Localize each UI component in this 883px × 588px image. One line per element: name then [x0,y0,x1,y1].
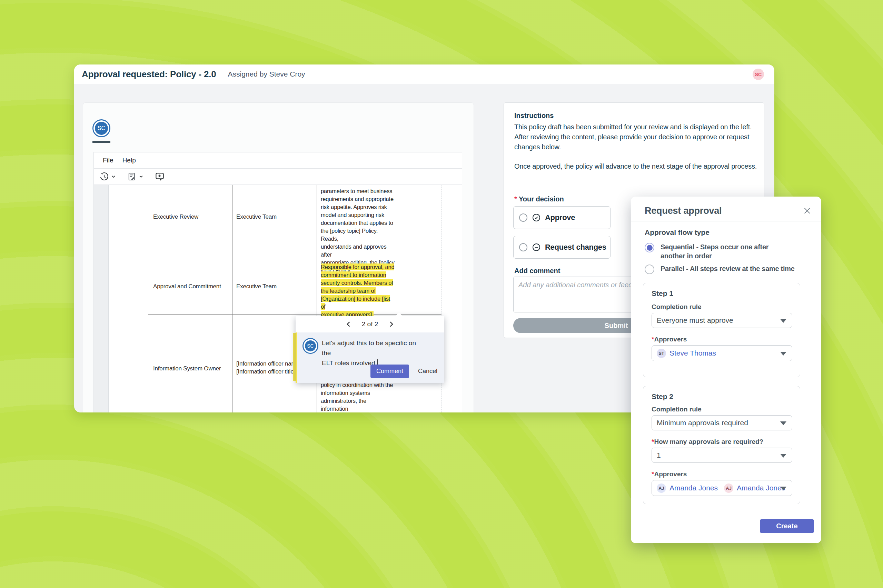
table-cell-assignee[interactable]: Executive Team [236,213,277,221]
table-cell-assignee[interactable]: [Information officer name] [Information … [236,360,301,375]
approvers-select[interactable]: AJ Amanda Jones AJ Amanda Jones [652,480,792,496]
how-many-approvals-label: *How many approvals are required? [652,438,763,446]
caret-down-icon [780,454,786,458]
comment-popup-body: SC Let's adjust this to be specific on t… [295,333,444,383]
request-approval-dialog: Request approval Approval flow type Sequ… [631,196,821,543]
how-many-approvals-select[interactable]: 1 [652,448,792,463]
decision-label: * Your decision [514,195,564,203]
document-editor: File Help [93,152,462,412]
add-comment-icon [154,171,165,182]
table-cell-description[interactable]: parameters to meet business requirements… [321,187,394,274]
table-cell-description[interactable]: policy in coordination with the informat… [321,381,394,412]
completion-rule-label: Completion rule [652,303,702,311]
app-header: Approval requested: Policy - 2.0 Assigne… [74,64,774,84]
comment-actions: Comment Cancel [370,364,437,378]
approver-avatar: ST [657,349,666,358]
close-icon[interactable] [802,206,812,216]
completion-rule-select[interactable]: Everyone must approve [652,313,792,328]
history-icon [99,172,109,182]
editor-gutter [94,185,109,412]
table-cell-role[interactable]: Information System Owner [153,364,221,372]
assigned-by-text: Assigned by Steve Croy [228,70,305,78]
commenter-avatar-initials: SC [305,340,316,351]
approver-avatar: AJ [657,483,666,493]
table-grid-line [148,185,148,412]
approvers-label: *Approvers [652,336,687,343]
request-changes-label: Request changes [545,243,606,252]
approver-chip[interactable]: ST Steve Thomas [657,349,716,358]
approver-chip[interactable]: AJ Amanda Jones [657,483,718,493]
step-title: Step 2 [652,393,673,401]
editor-toolbar [94,169,462,185]
comment-anchor-highlight [293,333,295,381]
add-comment-button[interactable] [154,171,165,182]
caret-down-icon [780,487,786,490]
approvers-label: *Approvers [652,470,687,478]
desktop-background: { "colors": { "background_lime": "#bfe24… [0,0,883,588]
dialog-title: Request approval [645,206,721,216]
commenter-avatar: SC [303,338,318,354]
caret-down-icon [780,422,786,425]
sequential-label: Sequential - Steps occur one afteranothe… [661,243,769,260]
comment-highlight-bar [295,333,297,383]
sequential-radio[interactable] [645,243,654,252]
approver-chip[interactable]: AJ Amanda Jones [724,483,785,493]
highlighted-text[interactable]: Responsible for approval, and commitment… [321,264,394,318]
completion-rule-select[interactable]: Minimum approvals required [652,415,792,430]
approve-option[interactable]: Approve [513,206,610,229]
chevron-down-icon [139,174,144,179]
request-changes-radio[interactable] [519,243,528,251]
table-cell-role[interactable]: Executive Review [153,213,198,221]
table-cell-assignee[interactable]: Executive Team [236,282,277,290]
approve-label: Approve [545,213,575,222]
table-grid-line [232,185,232,412]
comment-popup: 2 of 2 SC Let's adjust this to be specif… [295,316,444,383]
table-cell-role[interactable]: Approval and Commitment [153,282,221,290]
request-changes-option[interactable]: Request changes [513,236,610,259]
step-1-card: Step 1 Completion rule Everyone must app… [643,283,800,377]
parallel-option[interactable]: Parallel - All steps review at the same … [645,264,795,274]
caret-down-icon [780,319,786,323]
comment-pager: 2 of 2 [295,316,444,333]
author-avatar-indicator [93,141,110,143]
comment-cancel-button[interactable]: Cancel [418,368,437,375]
approver-avatar: AJ [724,483,733,493]
author-avatar-initials: SC [95,122,108,135]
instructions-paragraph: Once approved, the policy will advance t… [514,161,760,171]
add-comment-label: Add comment [514,267,560,275]
history-button[interactable] [99,172,116,182]
menu-help[interactable]: Help [123,157,136,164]
comment-text-input[interactable]: Let's adjust this to be specific on the … [322,338,425,368]
menu-file[interactable]: File [103,157,114,164]
instructions-paragraph: This policy draft has been submitted for… [514,122,760,152]
sequential-option[interactable]: Sequential - Steps occur one afteranothe… [645,243,769,260]
document-content: Executive Review Executive Team paramete… [94,185,462,412]
edit-note-button[interactable] [127,172,144,182]
caret-down-icon [780,352,786,356]
parallel-radio[interactable] [645,264,654,274]
chevron-down-icon [111,174,116,179]
parallel-label: Parallel - All steps review at the same … [661,264,795,274]
edit-note-icon [127,172,136,182]
step-2-card: Step 2 Completion rule Minimum approvals… [643,386,800,504]
author-avatar[interactable]: SC [93,119,110,137]
comment-pager-count: 2 of 2 [362,320,378,328]
circle-minus-icon [532,243,541,252]
table-grid-line [148,258,442,258]
comment-submit-button[interactable]: Comment [370,364,409,378]
step-title: Step 1 [652,290,673,298]
editor-menubar: File Help [94,152,462,169]
completion-rule-label: Completion rule [652,406,702,413]
create-button[interactable]: Create [760,519,814,533]
document-panel: SC File Help [83,102,474,412]
approvers-select[interactable]: ST Steve Thomas [652,345,792,361]
approve-radio[interactable] [519,213,528,222]
user-avatar[interactable]: SC [753,69,764,80]
page-title: Approval requested: Policy - 2.0 [82,69,216,80]
flow-type-label: Approval flow type [645,228,709,237]
instructions-title: Instructions [514,112,553,120]
dialog-divider [631,221,821,221]
previous-comment-button[interactable] [346,321,351,328]
next-comment-button[interactable] [388,321,394,328]
required-asterisk: * [514,195,519,203]
